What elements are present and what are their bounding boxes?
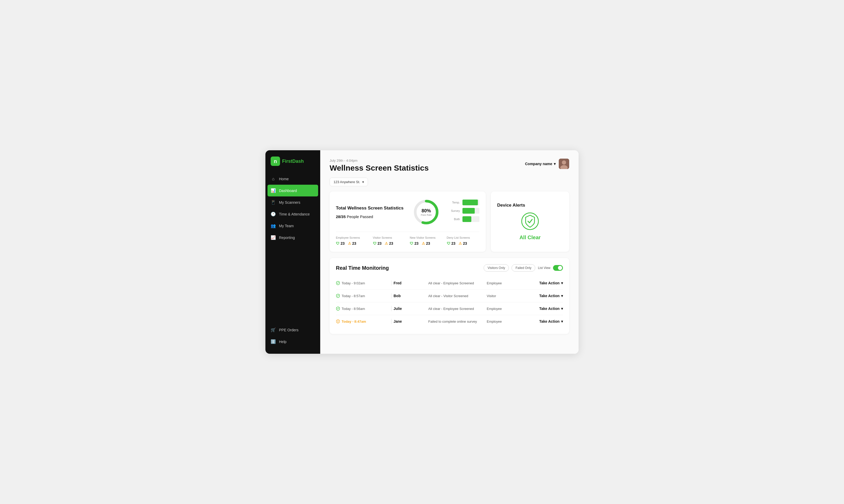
row-divider-name: Julie [391,306,425,311]
bar-label: Temp. [449,201,460,204]
logo-first: First [282,159,292,164]
bar-track [462,216,479,222]
sidebar-item-label: My Team [279,224,294,228]
screen-stat-label: Deny List Screens [447,236,480,239]
sidebar-item-home[interactable]: ⌂Home [265,173,320,185]
row-name: Jane [393,319,402,323]
sidebar-item-my-scanners[interactable]: 📱My Scanners [265,196,320,208]
take-action-button[interactable]: Take Action ▾ [521,319,563,323]
take-action-label: Take Action [539,281,560,285]
take-action-button[interactable]: Take Action ▾ [521,294,563,298]
sidebar-nav: ⌂Home📊Dashboard📱My Scanners🕐Time & Atten… [265,171,320,320]
logo-text: FirstDash [282,159,304,164]
ppe-orders-icon: 🛒 [271,327,276,332]
row-type: Employee [487,281,518,285]
row-time-text: Today - 8:56am [341,307,365,311]
row-time: Today - 9:02am [336,281,388,285]
sidebar-item-label: Time & Attendance [279,212,310,216]
bar-track [462,200,479,205]
main-content: July 29th - 4:04pm Wellness Screen Stati… [320,150,579,354]
stat-fail: ⚠ 23 [422,241,430,246]
wellness-title-area: Total Wellness Screen Statistics 28/35 P… [336,205,403,219]
shield-icon [336,294,340,298]
bar-track [462,208,479,214]
list-view-toggle[interactable] [553,265,563,271]
help-icon: ℹ️ [271,339,276,344]
company-dropdown-icon: ▾ [554,162,556,166]
bar-fill [462,208,475,214]
stat-fail: ⚠ 23 [348,241,356,246]
stat-fail: ⚠ 23 [385,241,393,246]
bar-row-survey: Survey [449,208,479,214]
sidebar-bottom: 🛒PPE Ordersℹ️Help [265,320,320,354]
bar-chart: Temp. Survey Both [449,200,479,224]
bar-row-temp.: Temp. [449,200,479,205]
sidebar-item-time-attendance[interactable]: 🕐Time & Attendance [265,208,320,220]
home-icon: ⌂ [271,177,276,181]
screen-stat-values: 🛡 23 ⚠ 23 [336,241,369,246]
screen-stat-values: 🛡 23 ⚠ 23 [447,241,480,246]
page-title: Wellness Screen Statistics [330,164,429,173]
chevron-down-icon: ▾ [561,307,563,311]
bar-label: Both [449,218,460,221]
sidebar-item-help[interactable]: ℹ️Help [265,336,320,347]
location-chevron-icon: ▾ [362,180,364,184]
shield-check-icon: 🛡 [447,241,451,246]
visitors-only-button[interactable]: Visitors Only [483,264,509,272]
top-bar-right: Company name ▾ [525,159,569,169]
people-passed: 28/35 People Passed [336,214,403,219]
sidebar-item-reporting[interactable]: 📈Reporting [265,232,320,244]
all-clear-icon [521,212,539,230]
avatar[interactable] [559,159,569,169]
screen-stat-employee-screens: Employee Screens 🛡 23 ⚠ 23 [336,236,369,246]
failed-only-button[interactable]: Failed Only [511,264,535,272]
take-action-button[interactable]: Take Action ▾ [521,281,563,285]
monitoring-table: Today - 9:02am Fred All clear - Employee… [336,277,563,328]
location-dropdown[interactable]: 123 Anywhere St. ▾ [330,178,368,186]
screen-stat-deny-list-screens: Deny List Screens 🛡 23 ⚠ 23 [447,236,480,246]
screen-stats: Employee Screens 🛡 23 ⚠ 23 Visitor Scree… [336,232,479,246]
row-divider-name: Jane [391,319,425,324]
row-status: All clear - Employee Screened [428,307,483,311]
monitoring-header: Real Time Monitoring Visitors Only Faile… [336,264,563,272]
sidebar-item-label: Help [279,340,286,344]
people-passed-count: 28/35 [336,214,346,219]
stats-row: Total Wellness Screen Statistics 28/35 P… [330,192,569,252]
alert-icon: ⚠ [348,241,351,246]
sidebar-item-ppe-orders[interactable]: 🛒PPE Orders [265,324,320,336]
top-bar-left: July 29th - 4:04pm Wellness Screen Stati… [330,159,429,173]
sidebar-item-dashboard[interactable]: 📊Dashboard [267,185,318,196]
screen-stat-values: 🛡 23 ⚠ 23 [410,241,443,246]
row-divider [391,319,391,324]
sidebar-item-label: My Scanners [279,200,300,204]
wellness-title: Total Wellness Screen Statistics [336,205,403,211]
screen-stat-label: New Visitor Screens [410,236,443,239]
take-action-label: Take Action [539,319,560,323]
take-action-button[interactable]: Take Action ▾ [521,307,563,311]
chevron-down-icon: ▾ [561,294,563,298]
row-time: Today - 8:56am [336,307,388,311]
table-row: Today - 9:02am Fred All clear - Employee… [336,277,563,290]
bar-fill [462,216,471,222]
alert-icon: ⚠ [385,241,388,246]
sidebar-item-label: PPE Orders [279,328,299,332]
row-status: All clear - Visitor Screened [428,294,483,298]
alert-icon: ⚠ [459,241,462,246]
all-clear-text: All Clear [519,235,541,240]
chevron-down-icon: ▾ [561,281,563,285]
svg-point-1 [562,160,566,165]
screen-stat-new-visitor-screens: New Visitor Screens 🛡 23 ⚠ 23 [410,236,443,246]
monitoring-title: Real Time Monitoring [336,265,389,271]
table-row: Today - 8:57am Bob All clear - Visitor S… [336,290,563,302]
bar-row-both: Both [449,216,479,222]
sidebar-item-label: Home [279,177,289,181]
alert-icon: ⚠ [422,241,425,246]
sidebar-item-my-team[interactable]: 👥My Team [265,220,320,232]
company-selector[interactable]: Company name ▾ [525,162,556,166]
location-value: 123 Anywhere St. [334,180,360,184]
logo-icon: n [271,157,280,166]
row-time-text: Today - 9:02am [341,281,365,285]
shield-check-icon: 🛡 [373,241,376,246]
monitoring-controls: Visitors Only Failed Only List View [483,264,563,272]
row-name: Fred [393,281,401,285]
